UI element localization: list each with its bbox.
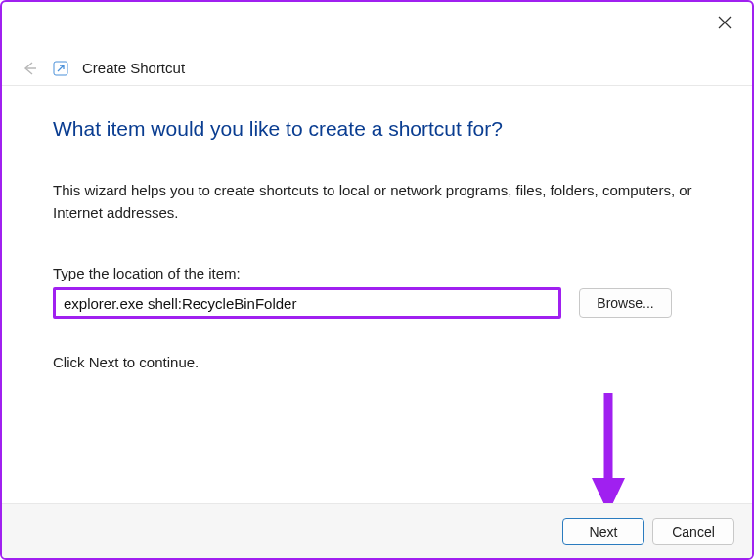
location-input[interactable]: [53, 287, 561, 319]
close-icon: [718, 16, 732, 29]
annotation-arrow-icon: [589, 388, 628, 515]
back-button: [20, 60, 39, 77]
location-label: Type the location of the item:: [53, 265, 701, 281]
next-button[interactable]: Next: [562, 518, 644, 545]
wizard-footer: Next Cancel: [2, 503, 752, 558]
cancel-button[interactable]: Cancel: [652, 518, 734, 545]
browse-button[interactable]: Browse...: [579, 288, 672, 318]
close-button[interactable]: [707, 8, 742, 37]
wizard-content: What item would you like to create a sho…: [53, 100, 701, 370]
back-arrow-icon: [21, 60, 38, 77]
page-heading: What item would you like to create a sho…: [53, 117, 701, 141]
continue-hint: Click Next to continue.: [53, 354, 701, 370]
shortcut-icon: [53, 61, 68, 76]
wizard-title: Create Shortcut: [82, 60, 185, 76]
location-row: Browse...: [53, 287, 701, 319]
wizard-header: Create Shortcut: [2, 51, 752, 86]
wizard-description: This wizard helps you to create shortcut…: [53, 180, 701, 224]
